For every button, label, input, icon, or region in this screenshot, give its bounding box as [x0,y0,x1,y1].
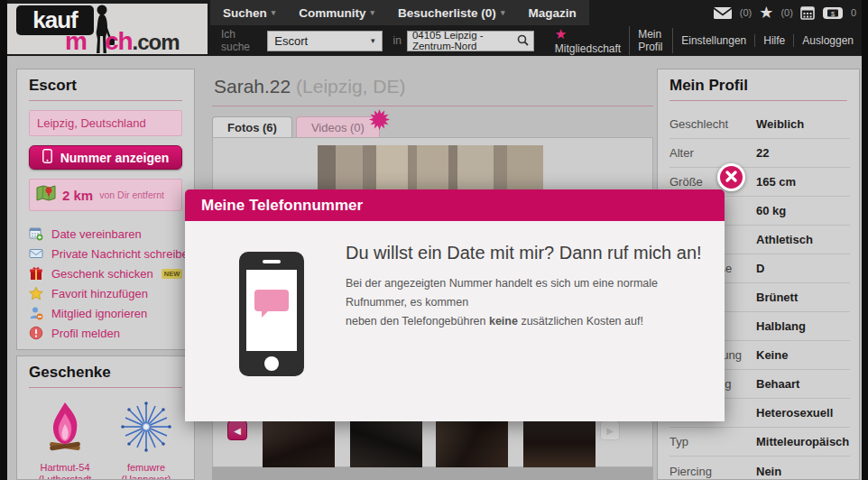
map-icon [36,184,56,206]
gift-item: femuwre(Hannover) [107,399,185,480]
link-mein-profil[interactable]: Mein Profil [630,28,673,53]
link-mitgliedschaft[interactable]: ★ Mitgliedschaft [547,26,630,55]
location-search-input[interactable]: 04105 Leipzig - Zentrum-Nord [407,31,534,51]
header-status-icons: (0) ★ (0) $ 0 [713,3,856,23]
site-wrapper: kauf mch.com Suchen▾ Community▾ Besucher… [7,0,862,480]
action-geschenk-schicken[interactable]: Geschenk schicken NEW [29,263,194,283]
modal-body: Du willst ein Date mit mir? Dann ruf mic… [185,221,725,421]
gift-icon [29,266,43,281]
divider [29,387,182,388]
modal-title: Meine Telefonnummer [185,189,725,221]
media-tabs: Fotos (6) Videos (0) [212,116,380,138]
tab-fotos[interactable]: Fotos (6) [212,116,292,138]
fireworks-icon [118,442,174,457]
star-icon [29,286,43,300]
divider [669,100,847,101]
mein-profil-heading: Mein Profil [658,69,859,100]
search-in-label: in [393,34,402,47]
distance-box: 2 km von Dir entfernt [29,179,182,211]
profile-row: GeschlechtWeiblich [669,110,850,139]
smartphone-icon [239,252,304,376]
header: kauf mch.com Suchen▾ Community▾ Besucher… [7,0,862,56]
nav-besucherliste[interactable]: Besucherliste (0)▾ [398,6,504,20]
calendar-plus-icon [29,226,43,241]
gifts-panel: Geschenke Hartmut-54(Lutherstadt Wittenb… [16,355,195,480]
distance-suffix: von Dir entfernt [99,189,164,200]
credits-icon[interactable]: $ [822,6,844,20]
gift-sender-link[interactable]: Hartmut-54(Lutherstadt Wittenberg) [26,462,104,480]
phone-icon [42,149,52,166]
search-prefix-label: Ich suche [221,28,262,53]
chevron-down-icon: ▾ [371,8,375,17]
link-einstellungen[interactable]: Einstellungen [673,34,755,47]
thumbnails-next-button[interactable]: ▶ [600,420,620,440]
membership-star-icon: ★ [555,26,567,42]
action-profil-melden[interactable]: Profil melden [29,323,194,343]
panel-bottom-shadow [212,467,653,480]
favorites-star-icon[interactable]: ★ [759,3,773,23]
action-date-vereinbaren[interactable]: Date vereinbaren [29,224,194,244]
photo-thumbnail[interactable] [263,417,335,467]
tab-videos[interactable]: Videos (0) [296,116,380,138]
select-caret-icon: ▾ [371,36,375,45]
modal-paragraph: Bei der angezeigten Nummer handelt es si… [346,274,706,331]
photo-thumbnail[interactable] [350,417,422,467]
gift-item: Hartmut-54(Lutherstadt Wittenberg) [26,399,104,480]
nav-magazin[interactable]: Magazin [528,6,576,20]
category-select[interactable]: Escort ▾ [267,31,382,51]
location-box: Leipzig, Deutschland [29,110,182,136]
phone-number-modal: Meine Telefonnummer Du willst ein Date m… [185,189,725,421]
account-links: ★ Mitgliedschaft Mein Profil Einstellung… [547,26,862,55]
profile-actions: Date vereinbaren Private Nachricht schre… [17,222,194,343]
page-title-location: (Leipzig, DE) [296,76,405,97]
profile-row: TypMitteleuropäisch [669,428,850,457]
chevron-down-icon: ▾ [501,8,505,17]
photo-thumbnail[interactable] [436,417,508,467]
credits-count: 0 [851,7,856,18]
messages-icon[interactable] [713,6,733,20]
search-icon[interactable] [517,34,529,48]
escort-panel: Escort Leipzig, Deutschland Nummer anzei… [16,69,195,350]
page-title: Sarah.22 (Leipzig, DE) [214,76,405,97]
profile-row: Alter22 [669,139,850,168]
masked-phone-number [346,346,706,369]
search-bar: Ich suche Escort ▾ in 04105 Leipzig - Ze… [210,25,862,56]
link-hilfe[interactable]: Hilfe [755,34,794,47]
show-number-button[interactable]: Nummer anzeigen [29,145,182,170]
logo[interactable]: kauf mch.com [7,4,208,54]
report-icon [29,326,43,340]
campfire-icon [39,442,91,457]
link-ausloggen[interactable]: Ausloggen [794,34,862,47]
action-mitglied-ignorieren[interactable]: Mitglied ignorieren [29,303,194,323]
close-icon [725,170,737,186]
logo-mich: mch.com [65,27,180,56]
divider [29,100,182,101]
profile-row: PiercingNein [669,457,850,480]
modal-close-button[interactable] [717,163,745,191]
action-favorit-hinzufuegen[interactable]: Favorit hinzufügen [29,283,194,303]
photo-thumbnail[interactable] [523,417,596,467]
ignore-user-icon [29,306,43,320]
modal-heading: Du willst ein Date mit mir? Dann ruf mic… [346,243,706,263]
favorites-count: (0) [780,7,792,18]
starburst-icon [369,109,390,133]
distance-value: 2 km [62,188,93,203]
gift-sender-link[interactable]: femuwre(Hannover) [107,462,185,480]
nav-suchen[interactable]: Suchen▾ [223,6,275,20]
escort-panel-heading: Escort [17,69,194,100]
envelope-icon [29,246,43,261]
thumbnails-prev-button[interactable]: ◀ [227,420,247,440]
action-private-nachricht[interactable]: Private Nachricht schreiben [29,244,194,263]
nav-community[interactable]: Community▾ [299,6,374,20]
messages-count: (0) [740,7,752,18]
gifts-heading: Geschenke [17,356,194,387]
chevron-down-icon: ▾ [272,8,276,17]
new-badge: NEW [162,269,183,279]
divider [212,106,653,106]
top-navigation: Suchen▾ Community▾ Besucherliste (0)▾ Ma… [210,0,589,25]
calendar-icon[interactable] [800,5,815,20]
chat-bubble-icon [254,290,289,311]
